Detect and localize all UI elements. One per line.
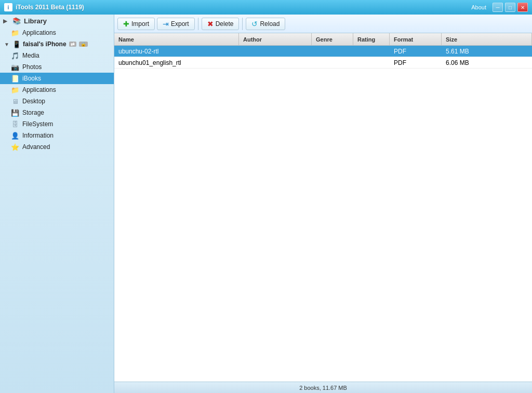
col-header-format[interactable]: Format <box>390 33 442 45</box>
minimize-button[interactable]: ─ <box>493 3 503 12</box>
sidebar-item-photos-label: Photos <box>22 63 42 71</box>
sidebar-item-advanced-label: Advanced <box>22 143 50 151</box>
reload-button[interactable]: ↺ Reload <box>246 18 285 30</box>
library-arrow: ▶ <box>3 18 9 24</box>
cell-rating-0 <box>353 46 390 57</box>
reload-icon: ↺ <box>251 20 258 28</box>
device-name: faisal's iPhone <box>23 40 66 48</box>
sidebar: ▶ 📚 Library 📁 Applications ▼ 📱 faisal's … <box>0 15 114 393</box>
col-header-size[interactable]: Size <box>442 33 532 45</box>
content-area: ✚ Import ⇥ Export ✖ Delete ↺ Reload Name… <box>114 15 532 393</box>
info-icon: 👤 <box>10 131 20 140</box>
cell-format-0: PDF <box>390 46 442 57</box>
export-icon: ⇥ <box>163 20 169 28</box>
desktop-icon: 🖥 <box>10 97 20 105</box>
sidebar-item-ibooks[interactable]: 📗 iBooks <box>0 73 114 84</box>
library-icon: 📚 <box>12 17 21 25</box>
import-icon: ✚ <box>123 20 129 28</box>
window-controls: About ─ □ ✕ <box>471 3 528 12</box>
sidebar-item-library-apps[interactable]: 📁 Applications <box>0 27 114 38</box>
device-arrow: ▼ <box>4 42 10 47</box>
cell-format-1: PDF <box>390 57 442 68</box>
close-button[interactable]: ✕ <box>517 3 528 12</box>
photos-icon: 📷 <box>10 63 20 71</box>
col-header-rating[interactable]: Rating <box>353 33 390 45</box>
filesystem-icon: 🗄 <box>10 120 20 128</box>
col-header-author[interactable]: Author <box>239 33 312 45</box>
sidebar-item-media[interactable]: 🎵 Media <box>0 50 114 61</box>
sidebar-item-filesystem-label: FileSystem <box>22 120 53 128</box>
library-label: Library <box>24 17 47 25</box>
export-label: Export <box>171 20 189 28</box>
table-row[interactable]: ubunchu-02-rtl PDF 5.61 MB <box>114 46 532 57</box>
media-icon: 🎵 <box>10 51 20 60</box>
iphone-icon: 📱 <box>12 40 21 48</box>
status-text: 2 books, 11.67 MB <box>299 385 347 391</box>
cell-genre-0 <box>312 46 353 57</box>
table-header: Name Author Genre Rating Format Size <box>114 33 532 46</box>
cell-genre-1 <box>312 57 353 68</box>
device-sync-badge: 🔒 <box>79 42 88 47</box>
cell-size-1: 6.06 MB <box>442 57 532 68</box>
table-row[interactable]: ubunchu01_english_rtl PDF 6.06 MB <box>114 57 532 69</box>
sidebar-item-information-label: Information <box>22 132 54 139</box>
sidebar-item-library-apps-label: Applications <box>22 29 56 36</box>
apps-icon: 📁 <box>10 86 20 94</box>
title-bar: i iTools 2011 Beta (1119) About ─ □ ✕ <box>0 0 532 15</box>
import-button[interactable]: ✚ Import <box>117 18 155 30</box>
sidebar-item-photos[interactable]: 📷 Photos <box>0 61 114 73</box>
ibooks-icon: 📗 <box>10 74 20 83</box>
col-header-name[interactable]: Name <box>114 33 239 45</box>
delete-label: Delete <box>216 20 234 28</box>
cell-size-0: 5.61 MB <box>442 46 532 57</box>
window-title: iTools 2011 Beta (1119) <box>16 4 84 11</box>
sidebar-item-ibooks-label: iBooks <box>22 75 41 82</box>
toolbar-separator <box>198 18 198 30</box>
status-bar: 2 books, 11.67 MB <box>114 382 532 393</box>
sidebar-item-desktop[interactable]: 🖥 Desktop <box>0 96 114 107</box>
sidebar-device-row[interactable]: ▼ 📱 faisal's iPhone ⇄ 🔒 <box>0 38 114 50</box>
toolbar: ✚ Import ⇥ Export ✖ Delete ↺ Reload <box>114 15 532 33</box>
storage-icon: 💾 <box>10 109 20 117</box>
main-container: ▶ 📚 Library 📁 Applications ▼ 📱 faisal's … <box>0 15 532 393</box>
title-bar-left: i iTools 2011 Beta (1119) <box>4 3 84 11</box>
sidebar-item-applications[interactable]: 📁 Applications <box>0 84 114 96</box>
sidebar-item-filesystem[interactable]: 🗄 FileSystem <box>0 118 114 130</box>
cell-author-1 <box>239 57 312 68</box>
advanced-icon: ⭐ <box>10 143 20 151</box>
sidebar-library-header[interactable]: ▶ 📚 Library <box>0 15 114 27</box>
sidebar-item-storage[interactable]: 💾 Storage <box>0 107 114 118</box>
library-apps-icon: 📁 <box>10 29 20 37</box>
about-link[interactable]: About <box>471 4 486 10</box>
reload-label: Reload <box>260 20 280 28</box>
cell-name-1: ubunchu01_english_rtl <box>114 57 239 68</box>
table-body: ubunchu-02-rtl PDF 5.61 MB ubunchu01_eng… <box>114 46 532 382</box>
sidebar-item-media-label: Media <box>22 52 39 59</box>
toolbar-separator-2 <box>242 18 243 30</box>
sidebar-item-storage-label: Storage <box>22 109 44 116</box>
cell-name-0: ubunchu-02-rtl <box>114 46 239 57</box>
sidebar-item-information[interactable]: 👤 Information <box>0 130 114 141</box>
maximize-button[interactable]: □ <box>505 3 515 12</box>
cell-rating-1 <box>353 57 390 68</box>
sidebar-item-advanced[interactable]: ⭐ Advanced <box>0 141 114 153</box>
sidebar-item-desktop-label: Desktop <box>22 98 45 105</box>
import-label: Import <box>131 20 149 28</box>
delete-button[interactable]: ✖ Delete <box>202 18 240 30</box>
sidebar-item-applications-label: Applications <box>22 86 56 93</box>
cell-author-0 <box>239 46 312 57</box>
export-button[interactable]: ⇥ Export <box>157 18 195 30</box>
device-badge: ⇄ <box>69 42 76 47</box>
app-icon: i <box>4 3 12 11</box>
col-header-genre[interactable]: Genre <box>312 33 353 45</box>
delete-icon: ✖ <box>207 20 214 28</box>
